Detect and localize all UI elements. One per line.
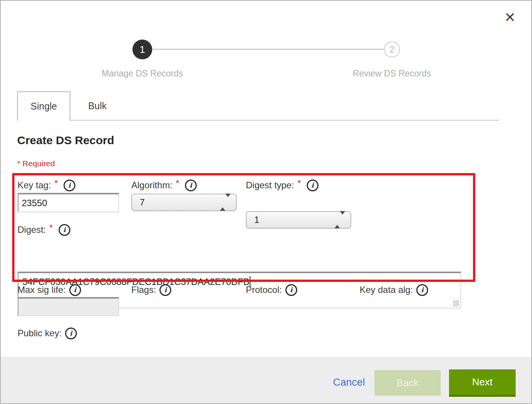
step-1-number: 1 [140,44,145,56]
tab-underline [17,120,499,121]
digest-type-label: Digest type: [246,180,294,191]
algorithm-label: Algorithm: [131,180,172,191]
required-asterisk: * [176,178,179,189]
required-note: * Required [17,159,55,168]
step-2-number: 2 [390,45,395,55]
resize-handle-icon[interactable] [453,300,459,307]
flags-label-row: Flags: i [131,284,171,296]
close-icon[interactable]: ✕ [502,9,518,26]
public-key-label: Public key: [18,328,62,339]
step-2-label: Review DS Records [331,68,453,79]
back-button[interactable]: Back [374,370,441,396]
info-icon[interactable]: i [65,328,77,339]
info-icon[interactable]: i [69,284,81,296]
protocol-label: Protocol: [246,285,282,295]
digest-label-row: Digest: * i [18,224,70,236]
page-title: Create DS Record [17,134,114,147]
info-icon[interactable]: i [416,284,428,296]
info-icon[interactable]: i [64,180,75,191]
step-1-circle: 1 [132,40,152,59]
select-stepper-arrows-icon [220,197,231,208]
required-asterisk: * [298,178,301,189]
step-1-label: Manage DS Records [81,68,203,79]
modal-footer: Cancel Back Next [1,357,531,403]
max-sig-life-label-row: Max sig life: i [18,284,81,296]
key-data-alg-label-row: Key data alg: i [360,284,428,296]
key-tag-input[interactable] [18,193,119,212]
stepper-connector-line [153,49,384,50]
public-key-label-row: Public key: i [18,327,77,339]
info-icon[interactable]: i [159,284,171,296]
step-2-circle: 2 [384,41,400,57]
tab-bulk-label: Bulk [88,100,107,111]
algorithm-select[interactable]: 7 [131,194,237,211]
tab-bulk[interactable]: Bulk [72,92,123,120]
create-ds-record-modal: ✕ 1 2 Manage DS Records Review DS Record… [0,0,532,404]
key-tag-label: Key tag: [18,180,51,191]
max-sig-life-input[interactable] [18,297,119,316]
highlight-red-box [12,173,475,282]
max-sig-life-label: Max sig life: [18,285,66,295]
info-icon[interactable]: i [285,284,297,296]
info-icon[interactable]: i [185,180,197,191]
key-data-alg-label: Key data alg: [360,285,413,295]
tab-single-label: Single [30,101,57,112]
flags-label: Flags: [131,285,156,295]
digest-type-select-value: 1 [254,215,259,225]
algorithm-select-value: 7 [140,197,145,208]
required-asterisk: * [49,223,53,233]
digest-type-select[interactable]: 1 [246,211,351,229]
key-tag-label-row: Key tag: * i [18,179,75,191]
info-icon[interactable]: i [307,180,319,191]
algorithm-label-row: Algorithm: * i [131,179,197,191]
tab-single[interactable]: Single [17,91,70,121]
digest-label: Digest: [18,224,46,235]
next-button[interactable]: Next [449,369,516,397]
digest-type-label-row: Digest type: * i [246,179,319,191]
select-stepper-arrows-icon [334,215,345,225]
required-asterisk: * [54,178,58,189]
protocol-label-row: Protocol: i [246,284,297,296]
cancel-button[interactable]: Cancel [333,377,365,388]
info-icon[interactable]: i [59,224,70,236]
